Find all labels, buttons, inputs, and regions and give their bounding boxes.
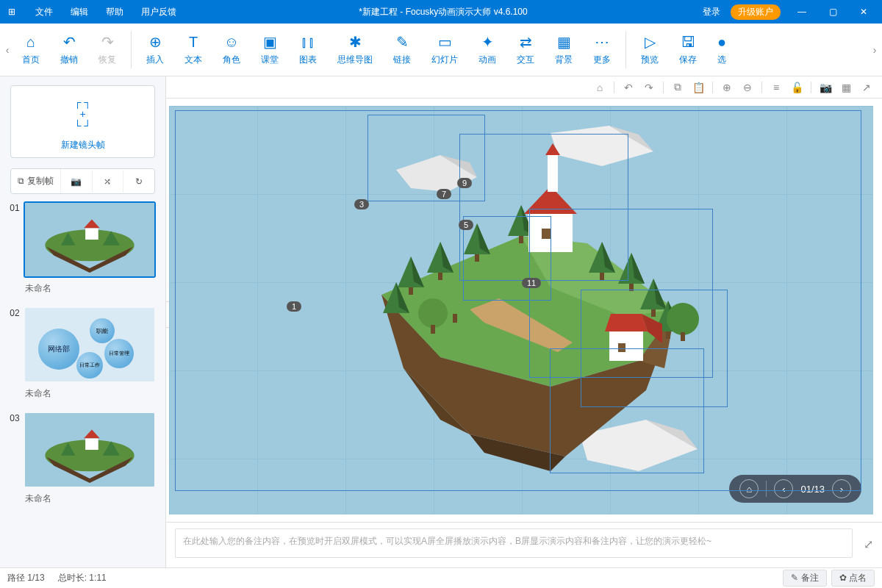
选-icon: ● xyxy=(717,33,726,51)
ribbon-动画[interactable]: ✦动画 xyxy=(468,24,506,76)
插入-icon: ⊕ xyxy=(149,33,162,51)
ribbon-恢复[interactable]: ↷恢复 xyxy=(88,24,126,76)
slide-thumbnail[interactable]: 网络部职能日常管理日常工作 xyxy=(24,306,156,383)
status-rollcall-button[interactable]: ✿ 点名 xyxy=(831,570,875,587)
ribbon-幻灯片[interactable]: ▭幻灯片 xyxy=(421,24,468,76)
canvas-tool-button[interactable]: ↶ xyxy=(620,79,637,96)
frame-marker[interactable]: 9 xyxy=(457,178,472,188)
frame-marker[interactable]: 1 xyxy=(287,301,301,312)
课堂-icon: ▣ xyxy=(263,33,277,51)
slide-number: 03 xyxy=(6,412,24,423)
canvas-tool-button[interactable]: 📷 xyxy=(817,79,833,96)
window-title: *新建工程 - Focusky动画演示大师 v4.6.100 xyxy=(188,6,698,18)
canvas-area: ⌂↶↷⧉📋⊕⊖≡🔓📷▦↗ ‹ ⌂ ‹ 01/13 › 1357911 在此 xyxy=(166,76,882,567)
ribbon-保存[interactable]: 🖫保存 xyxy=(669,24,707,76)
svg-marker-9 xyxy=(84,430,100,439)
slide-title: 未命名 xyxy=(6,488,159,506)
camera-button[interactable]: 📷 xyxy=(61,171,93,193)
ribbon-思维导图[interactable]: ✱思维导图 xyxy=(327,24,383,76)
ribbon-背景[interactable]: ▦背景 xyxy=(545,24,583,76)
ribbon-角色[interactable]: ☺角色 xyxy=(212,24,251,76)
背景-icon: ▦ xyxy=(557,33,571,51)
canvas-tool-button[interactable]: ⧉ xyxy=(670,79,686,96)
menu-edit[interactable]: 编辑 xyxy=(65,3,94,21)
canvas-tool-button[interactable]: ⌂ xyxy=(592,79,608,96)
图表-icon: ⫿⫿ xyxy=(301,33,315,51)
swap-button[interactable]: ⤮ xyxy=(93,171,124,193)
camera-frame[interactable] xyxy=(550,348,704,473)
refresh-button[interactable]: ↻ xyxy=(123,171,154,193)
frame-marker[interactable]: 7 xyxy=(437,189,451,199)
camera-frame[interactable] xyxy=(368,115,485,201)
frame-marker[interactable]: 5 xyxy=(459,220,473,230)
upgrade-button[interactable]: 升级账户 xyxy=(731,4,781,20)
canvas-tool-button[interactable]: ⊖ xyxy=(739,79,756,96)
crosshair-plus-icon: ┌ ┐ + └ ┘ xyxy=(11,96,154,132)
slide-number: 01 xyxy=(6,201,24,213)
notes-expand-icon[interactable]: ⤢ xyxy=(864,537,873,551)
slide-title: 未命名 xyxy=(6,278,159,296)
canvas-toolbar: ⌂↶↷⧉📋⊕⊖≡🔓📷▦↗ xyxy=(166,76,882,98)
new-frame-label: 新建镜头帧 xyxy=(11,139,154,151)
交互-icon: ⇄ xyxy=(520,33,532,51)
status-path: 路径 1/13 xyxy=(7,572,45,584)
svg-rect-3 xyxy=(85,228,98,240)
撤销-icon: ↶ xyxy=(63,33,76,51)
canvas-tool-button[interactable]: 🔓 xyxy=(789,79,805,96)
更多-icon: ⋯ xyxy=(595,33,609,51)
maximize-button[interactable]: ▢ xyxy=(817,0,848,24)
canvas-tool-button[interactable]: ▦ xyxy=(838,79,854,96)
copy-frame-button[interactable]: ⧉ 复制帧 xyxy=(11,169,61,193)
canvas-tool-button[interactable]: ↗ xyxy=(858,79,875,96)
canvas-stage[interactable]: ⌂ ‹ 01/13 › 1357911 xyxy=(169,106,873,514)
ribbon-更多[interactable]: ⋯更多 xyxy=(583,24,621,76)
menu-bar: 文件 编辑 帮助 用户反馈 xyxy=(24,3,188,21)
camera-frame[interactable] xyxy=(463,216,551,301)
canvas-tool-button[interactable]: ↷ xyxy=(641,79,657,96)
close-button[interactable]: ✕ xyxy=(848,0,879,24)
slides-sidebar: ┌ ┐ + └ ┘ 新建镜头帧 ⧉ 复制帧 📷 ⤮ ↻ 01未命名02网络部职能… xyxy=(0,76,166,567)
menu-feedback[interactable]: 用户反馈 xyxy=(135,3,182,21)
login-link[interactable]: 登录 xyxy=(698,4,725,20)
ribbon-交互[interactable]: ⇄交互 xyxy=(506,24,545,76)
ribbon-文本[interactable]: T文本 xyxy=(174,24,212,76)
canvas-tool-button[interactable]: ≡ xyxy=(768,79,784,96)
svg-marker-4 xyxy=(84,220,100,229)
slide-number: 02 xyxy=(6,306,24,318)
title-bar: ⊞ 文件 编辑 帮助 用户反馈 *新建工程 - Focusky动画演示大师 v4… xyxy=(0,0,882,24)
ribbon-选[interactable]: ●选 xyxy=(707,24,736,76)
ribbon-scroll-right[interactable]: › xyxy=(870,44,879,56)
角色-icon: ☺ xyxy=(224,33,239,51)
app-logo-icon: ⊞ xyxy=(0,7,24,17)
canvas-tool-button[interactable]: ⊕ xyxy=(719,79,735,96)
notes-input[interactable]: 在此处输入您的备注内容，在预览时开启双屏模式，可以实现A屏全屏播放演示内容，B屏… xyxy=(175,528,853,558)
ribbon-链接[interactable]: ✎链接 xyxy=(383,24,421,76)
slide-thumbnail[interactable] xyxy=(24,412,156,488)
frame-marker[interactable]: 11 xyxy=(522,278,541,288)
ribbon-预览[interactable]: ▷预览 xyxy=(631,24,669,76)
幻灯片-icon: ▭ xyxy=(438,33,452,51)
保存-icon: 🖫 xyxy=(681,33,695,51)
ribbon-课堂[interactable]: ▣课堂 xyxy=(251,24,289,76)
ribbon-scroll-left[interactable]: ‹ xyxy=(3,44,12,56)
svg-rect-8 xyxy=(85,438,98,450)
ribbon-撤销[interactable]: ↶撤销 xyxy=(50,24,88,76)
ribbon-图表[interactable]: ⫿⫿图表 xyxy=(289,24,327,76)
menu-help[interactable]: 帮助 xyxy=(100,3,129,21)
new-frame-button[interactable]: ┌ ┐ + └ ┘ 新建镜头帧 xyxy=(10,85,155,158)
预览-icon: ▷ xyxy=(645,33,656,51)
首页-icon: ⌂ xyxy=(26,33,35,51)
status-bar: 路径 1/13 总时长: 1:11 ✎ 备注 ✿ 点名 xyxy=(0,567,882,588)
动画-icon: ✦ xyxy=(481,33,494,51)
minimize-button[interactable]: — xyxy=(786,0,817,24)
canvas-tool-button[interactable]: 📋 xyxy=(690,79,706,96)
ribbon-toolbar: ‹ ⌂首页↶撤销↷恢复⊕插入T文本☺角色▣课堂⫿⫿图表✱思维导图✎链接▭幻灯片✦… xyxy=(0,24,882,76)
slide-thumbnail[interactable] xyxy=(24,201,156,278)
思维导图-icon: ✱ xyxy=(349,33,362,51)
ribbon-首页[interactable]: ⌂首页 xyxy=(12,24,50,76)
ribbon-插入[interactable]: ⊕插入 xyxy=(136,24,174,76)
frame-marker[interactable]: 3 xyxy=(354,199,369,209)
menu-file[interactable]: 文件 xyxy=(29,3,59,21)
status-notes-button[interactable]: ✎ 备注 xyxy=(783,570,826,587)
status-duration: 总时长: 1:11 xyxy=(58,572,107,584)
